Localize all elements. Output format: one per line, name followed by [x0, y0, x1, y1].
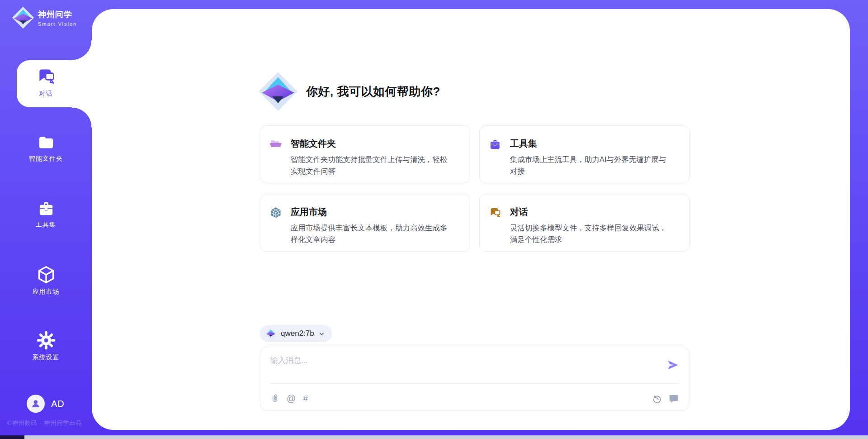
quick-reply-icon[interactable]	[669, 393, 679, 404]
model-name: qwen2:7b	[281, 329, 314, 338]
person-icon	[30, 398, 42, 410]
greeting-title: 你好, 我可以如何帮助你?	[306, 84, 440, 100]
model-diamond-icon	[265, 328, 276, 339]
sidebar-item-label: 工具集	[0, 221, 92, 229]
feature-cards: 智能文件夹 智能文件夹功能支持批量文件上传与清洗，轻松实现文件问答 工具集 集成…	[260, 125, 689, 252]
card-chat[interactable]: 对话 灵活切换多模型文件，支持多样回复效果调试，满足个性化需求	[479, 194, 689, 252]
app-market-icon	[269, 206, 282, 219]
card-title: 工具集	[510, 138, 678, 150]
user-account[interactable]: AD	[27, 395, 65, 413]
sidebar-item-toolset[interactable]: 工具集	[0, 200, 92, 229]
send-icon[interactable]	[667, 359, 679, 371]
card-title: 应用市场	[291, 206, 459, 218]
model-selector[interactable]: qwen2:7b	[260, 325, 332, 342]
attachment-icon[interactable]	[270, 394, 279, 403]
card-title: 智能文件夹	[291, 138, 459, 150]
chat-icon	[489, 206, 501, 219]
brand-subtitle: Smart Vision	[38, 21, 77, 27]
card-description: 智能文件夹功能支持批量文件上传与清洗，轻松实现文件问答	[291, 154, 454, 177]
folder-icon	[37, 134, 55, 152]
sidebar-item-smart-folder[interactable]: 智能文件夹	[0, 134, 92, 163]
bottom-edge-strip-dark	[0, 435, 24, 439]
sidebar-item-label: 应用市场	[0, 288, 92, 296]
card-app-market[interactable]: 应用市场 应用市场提供丰富长文本模板，助力高效生成多样化文章内容	[260, 194, 470, 252]
sidebar-item-label: 对话	[0, 90, 92, 98]
card-title: 对话	[510, 206, 678, 218]
mention-icon[interactable]: @	[287, 394, 296, 403]
history-icon[interactable]	[652, 394, 662, 403]
sidebar-item-label: 系统设置	[0, 353, 92, 362]
toolbox-icon	[489, 138, 501, 151]
user-initials: AD	[51, 399, 65, 409]
card-description: 集成市场上主流工具，助力AI与外界无缝扩展与对接	[510, 154, 674, 177]
main-content-panel: 你好, 我可以如何帮助你? 智能文件夹 智能文件夹功能支持批量文件上传与清洗，轻…	[92, 9, 850, 430]
greeting-block: 你好, 我可以如何帮助你?	[258, 72, 440, 111]
folder-open-icon	[269, 138, 282, 151]
avatar	[27, 395, 45, 413]
card-description: 应用市场提供丰富长文本模板，助力高效生成多样化文章内容	[291, 222, 454, 245]
sidebar-item-label: 智能文件夹	[0, 155, 92, 163]
gear-icon	[36, 330, 56, 350]
hashtag-icon[interactable]: #	[303, 394, 308, 403]
sidebar: 神州问学 Smart Vision 对话 智能文件夹 工具集 应用市场	[0, 0, 92, 435]
brand-diamond-icon	[12, 6, 34, 29]
card-smart-folder[interactable]: 智能文件夹 智能文件夹功能支持批量文件上传与清洗，轻松实现文件问答	[260, 125, 470, 183]
composer-actions: @ #	[270, 394, 308, 403]
card-description: 灵活切换多模型文件，支持多样回复效果调试，满足个性化需求	[510, 222, 674, 245]
copyright-text: ©神州数码 · 神州问学出品	[7, 419, 82, 427]
bottom-edge-strip	[0, 435, 868, 439]
brand-name: 神州问学	[38, 9, 77, 20]
sidebar-item-settings[interactable]: 系统设置	[0, 330, 92, 362]
composer-right-actions	[652, 393, 679, 404]
chevron-down-icon	[319, 331, 325, 337]
cube-icon	[36, 265, 56, 285]
chat-icon	[36, 67, 56, 86]
assistant-diamond-icon	[258, 72, 298, 111]
brand-logo: 神州问学 Smart Vision	[12, 6, 77, 29]
card-toolset[interactable]: 工具集 集成市场上主流工具，助力AI与外界无缝扩展与对接	[479, 125, 689, 183]
toolbox-icon	[37, 200, 55, 218]
composer-divider	[270, 383, 679, 384]
message-composer: @ #	[260, 347, 689, 411]
message-input[interactable]	[270, 356, 646, 365]
sidebar-item-app-market[interactable]: 应用市场	[0, 265, 92, 296]
sidebar-item-chat[interactable]: 对话	[0, 67, 92, 98]
